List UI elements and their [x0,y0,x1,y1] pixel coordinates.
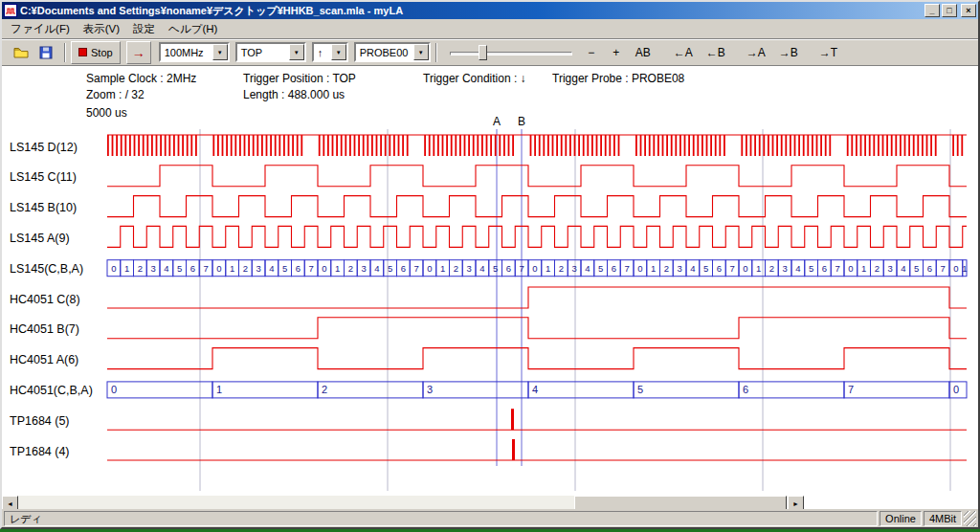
trace-tick [217,135,219,156]
trace-tick [358,135,360,156]
trace-tick [908,135,910,156]
trace-tick [512,135,514,156]
channel-label-2: LS145 B(10) [10,201,77,214]
trigger-edge-select[interactable]: ↑ ▼ [312,42,348,62]
bus-value: 1 [216,384,222,395]
stop-icon [78,48,87,56]
trace-tick [675,135,677,156]
info-trigger-probe: Trigger Probe : PROBE08 [552,72,684,85]
chevron-down-icon[interactable]: ▼ [413,44,429,60]
chevron-down-icon[interactable]: ▼ [331,44,346,60]
chevron-down-icon[interactable]: ▼ [212,44,228,60]
trace-tick [812,135,813,156]
trace-tick [156,135,158,156]
menu-help[interactable]: ヘルプ(H) [162,20,224,38]
trace-tick [165,135,167,156]
menu-view[interactable]: 表示(V) [77,20,126,38]
bus-value: 2 [875,263,880,274]
bus-value: 7 [624,263,629,274]
scroll-left-icon: ◄ [7,500,13,507]
bus-value: 2 [454,263,458,274]
goto-marker-a-fwd-button[interactable]: →A [741,41,771,64]
bus-cell [634,382,739,398]
trace-tick [750,135,752,156]
trace-tick [635,135,637,156]
trace-tick [446,135,448,156]
trace-tick [702,135,703,156]
chevron-down-icon[interactable]: ▼ [289,44,304,60]
zoom-out-button[interactable]: − [580,41,603,64]
channel-label-5: HC4051 C(8) [10,293,80,306]
trace-tick [847,135,849,156]
menu-settings[interactable]: 設定 [126,20,162,38]
bus-value: 0 [743,263,747,274]
save-button[interactable] [34,41,57,64]
bus-value: 0 [637,263,642,274]
bus-value: 7 [835,263,839,274]
trace-tick [248,135,250,156]
close-button[interactable]: × [961,4,976,17]
trace-tick [345,135,346,156]
scroll-left-button[interactable]: ◄ [2,496,18,509]
run-button[interactable]: → [126,41,151,64]
resize-grip[interactable] [964,511,976,526]
stop-button[interactable]: Stop [71,41,121,64]
bus-value: 3 [571,263,576,274]
trace-tick [151,135,153,156]
trace-tick [407,135,409,156]
trace-tick [746,135,747,156]
zoom-slider-track[interactable] [450,52,572,55]
trace-tick [402,135,404,156]
trace-tick [398,135,400,156]
trace-tick [640,135,642,156]
status-memory: 4MBit [924,511,962,526]
bus-value: 6 [506,263,511,274]
horizontal-scrollbar[interactable]: ◄ ► [2,496,804,509]
goto-marker-b-back-button[interactable]: ←B [701,41,731,64]
trace-tick [380,135,382,156]
trace-tick [143,135,145,156]
zoom-slider-thumb[interactable] [479,45,487,60]
bus-value: 0 [532,263,537,274]
trace-tick [715,135,717,156]
trigger-probe-select[interactable]: PROBE00 ▼ [354,42,431,62]
trace-tick [288,135,290,156]
trace-tick [816,135,818,156]
trace-tick [930,135,932,156]
bus-value: 5 [637,384,643,395]
bus-value: 3 [427,384,433,395]
bus-value: 3 [361,263,366,274]
trace-tick [935,135,937,156]
zoom-ab-button[interactable]: AB [630,41,657,64]
zoom-slider[interactable] [450,43,572,62]
minimize-button[interactable]: _ [924,4,940,17]
maximize-button[interactable]: □ [942,4,957,17]
titlebar[interactable]: C:¥Documents and Settings¥noname¥デスクトップ¥… [2,2,978,19]
open-file-button[interactable] [10,41,33,64]
goto-marker-b-fwd-button[interactable]: →B [773,41,804,64]
trace-7 [107,348,967,369]
trace-tick [820,135,822,156]
trigger-position-select[interactable]: TOP ▼ [235,42,306,62]
trace-tick [895,135,897,156]
bus-value: 1 [440,263,445,274]
trace-tick [759,135,761,156]
goto-trigger-button[interactable]: →T [813,41,843,64]
trace-tick [543,135,545,156]
trace-tick [376,135,378,156]
info-zoom: Zoom : / 32 [86,88,145,101]
scroll-thumb[interactable] [574,496,787,509]
trace-tick [904,135,906,156]
menu-file[interactable]: ファイル(F) [4,20,77,38]
trace-tick [574,135,576,156]
zoom-in-button[interactable]: + [605,41,628,64]
scroll-right-button[interactable]: ► [788,496,804,509]
floppy-disk-icon [38,45,54,60]
bus-value: 6 [612,263,616,274]
info-sample-clock: Sample Clock : 2MHz [86,72,196,85]
trace-tick [107,135,109,156]
sample-clock-select[interactable]: 100MHz ▼ [159,42,230,62]
waveform-canvas[interactable]: ABLS145 D(12)LS145 C(11)LS145 B(10)LS145… [2,66,978,496]
goto-marker-a-back-button[interactable]: ←A [668,41,699,64]
bus-value: 3 [782,263,787,274]
